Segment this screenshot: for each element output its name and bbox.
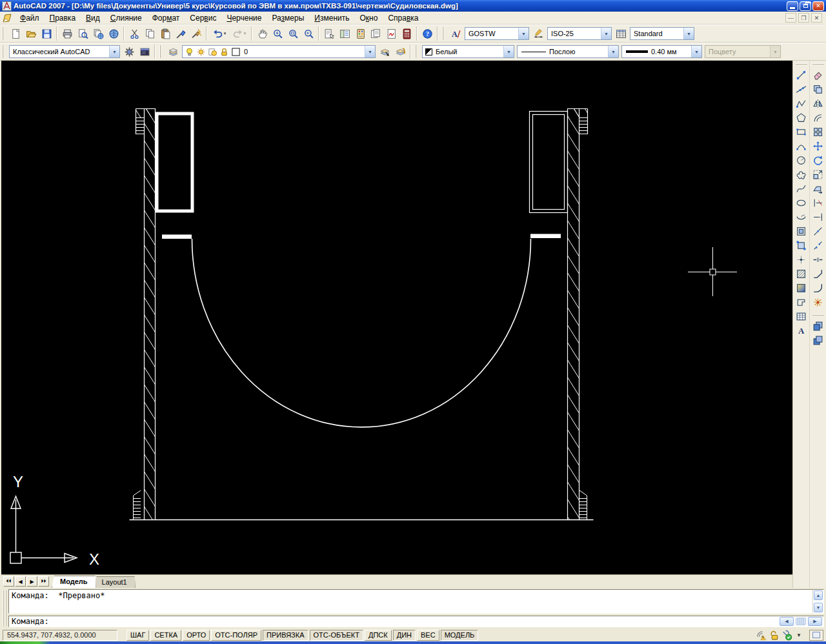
command-history[interactable]: Команда: *Прервано* ▲ ▼ bbox=[8, 589, 824, 614]
draworder-back-icon[interactable] bbox=[811, 333, 826, 347]
menu-item-8[interactable]: Изменить bbox=[309, 12, 354, 24]
toolbar-lock-icon[interactable] bbox=[769, 630, 780, 641]
circle-icon[interactable] bbox=[794, 153, 809, 167]
my-workspace-icon[interactable] bbox=[137, 44, 152, 59]
coordinates-display[interactable]: 554.9437, 707.4932, 0.0000 bbox=[3, 630, 117, 641]
chevron-down-icon[interactable]: ▼ bbox=[691, 46, 701, 57]
break-icon[interactable] bbox=[811, 238, 826, 252]
layer-color-swatch[interactable] bbox=[231, 47, 241, 57]
toolbar-grip[interactable] bbox=[159, 45, 163, 58]
chevron-down-icon[interactable]: ▾ bbox=[244, 31, 247, 36]
command-scrollbar[interactable]: ▲ ▼ bbox=[812, 590, 823, 613]
scroll-right-icon[interactable]: ▶ bbox=[808, 617, 822, 626]
command-prompt[interactable]: Команда: bbox=[9, 617, 779, 626]
menu-item-0[interactable]: Файл bbox=[15, 12, 45, 24]
copy-icon[interactable] bbox=[142, 26, 157, 41]
toolbar-grip[interactable] bbox=[2, 27, 5, 40]
insert-block-icon[interactable] bbox=[794, 224, 809, 238]
menu-item-1[interactable]: Правка bbox=[45, 12, 81, 24]
pan-icon[interactable] bbox=[254, 26, 270, 41]
layer-previous-icon[interactable] bbox=[392, 44, 408, 59]
make-object-layer-current-icon[interactable] bbox=[377, 44, 392, 59]
polyline-icon[interactable] bbox=[794, 96, 809, 110]
clean-screen-button[interactable] bbox=[809, 630, 823, 641]
menu-item-4[interactable]: Формат bbox=[147, 12, 185, 24]
spline-icon[interactable] bbox=[794, 181, 809, 196]
arc-icon[interactable] bbox=[794, 139, 809, 153]
status-toggle-1[interactable]: СЕТКА bbox=[150, 630, 181, 641]
toolbar-grip[interactable] bbox=[812, 314, 824, 317]
open-icon[interactable] bbox=[23, 26, 39, 41]
status-toggle-8[interactable]: ВЕС bbox=[417, 630, 439, 641]
lineweight-combo[interactable]: 0.40 мм ▼ bbox=[621, 45, 702, 58]
status-toggle-6[interactable]: ДПСК bbox=[365, 630, 392, 641]
toolbar-grip[interactable] bbox=[442, 27, 445, 40]
text-style-combo[interactable]: GOSTW ▼ bbox=[465, 27, 529, 40]
linetype-combo[interactable]: Послою ▼ bbox=[517, 45, 619, 58]
layer-on-bulb-icon[interactable] bbox=[185, 47, 194, 57]
menu-item-7[interactable]: Размеры bbox=[267, 12, 309, 24]
doc-close-button[interactable]: ✕ bbox=[811, 13, 822, 23]
layer-viewport-freeze-icon[interactable] bbox=[208, 47, 217, 57]
erase-icon[interactable] bbox=[811, 68, 826, 82]
chevron-down-icon[interactable]: ▼ bbox=[683, 28, 694, 39]
status-toggle-9[interactable]: МОДЕЛЬ bbox=[441, 630, 479, 641]
zoom-previous-icon[interactable] bbox=[301, 26, 316, 41]
extend-icon[interactable] bbox=[811, 210, 826, 224]
layer-combo[interactable]: 0 ▼ bbox=[182, 45, 376, 58]
status-toggle-3[interactable]: ОТС-ПОЛЯР bbox=[211, 630, 261, 641]
point-icon[interactable] bbox=[794, 252, 809, 267]
status-toggle-2[interactable]: ОРТО bbox=[183, 630, 210, 641]
tool-palettes-icon[interactable] bbox=[352, 26, 368, 41]
block-editor-icon[interactable] bbox=[188, 26, 204, 41]
layer-freeze-sun-icon[interactable] bbox=[196, 47, 206, 57]
make-block-icon[interactable] bbox=[794, 238, 809, 252]
table-icon[interactable] bbox=[794, 309, 809, 323]
chevron-down-icon[interactable]: ▼ bbox=[518, 28, 529, 39]
chevron-down-icon[interactable]: ▾ bbox=[224, 31, 227, 36]
mirror-icon[interactable] bbox=[811, 96, 826, 110]
zoom-realtime-icon[interactable] bbox=[270, 26, 285, 41]
doc-minimize-button[interactable]: — bbox=[785, 13, 796, 23]
standards-status-icon[interactable] bbox=[781, 630, 792, 641]
toolbar-grip[interactable] bbox=[796, 63, 807, 66]
ellipse-arc-icon[interactable] bbox=[794, 210, 809, 224]
chevron-down-icon[interactable]: ▼ bbox=[109, 46, 119, 57]
scroll-left-icon[interactable]: ◀ bbox=[780, 617, 794, 626]
menu-item-3[interactable]: Слияние bbox=[105, 12, 147, 24]
explode-icon[interactable] bbox=[811, 295, 826, 309]
publish-web-icon[interactable] bbox=[106, 26, 121, 41]
status-toggle-0[interactable]: ШАГ bbox=[126, 630, 149, 641]
stretch-icon[interactable] bbox=[811, 181, 826, 196]
menu-item-9[interactable]: Окно bbox=[354, 12, 383, 24]
chamfer-icon[interactable] bbox=[811, 267, 826, 281]
sheetset-manager-icon[interactable] bbox=[368, 26, 383, 41]
hscroll-grip[interactable] bbox=[796, 618, 806, 625]
status-toggle-4[interactable]: ПРИВЯЗКА bbox=[263, 630, 308, 641]
toolbar-grip[interactable] bbox=[2, 45, 5, 58]
designcenter-icon[interactable] bbox=[337, 26, 352, 41]
line-icon[interactable] bbox=[794, 68, 809, 82]
move-icon[interactable] bbox=[811, 139, 826, 153]
chevron-down-icon[interactable]: ▼ bbox=[365, 46, 375, 57]
drawing-canvas[interactable]: Y X bbox=[1, 61, 792, 574]
undo-icon[interactable]: ▾ bbox=[209, 26, 229, 41]
offset-icon[interactable] bbox=[811, 110, 826, 125]
tab-model[interactable]: Модель bbox=[52, 576, 96, 588]
plot-icon[interactable] bbox=[59, 26, 75, 41]
text-style-icon[interactable]: A bbox=[448, 26, 463, 41]
first-tab-button[interactable]: ⏴⏴ bbox=[3, 576, 14, 587]
properties-icon[interactable] bbox=[321, 26, 337, 41]
redo-icon[interactable]: ▾ bbox=[229, 26, 249, 41]
table-style-icon[interactable] bbox=[613, 26, 629, 41]
paste-icon[interactable] bbox=[157, 26, 173, 41]
tray-arrow-icon[interactable]: ▼ bbox=[796, 632, 801, 638]
menu-item-2[interactable]: Вид bbox=[81, 12, 105, 24]
zoom-window-icon[interactable] bbox=[285, 26, 301, 41]
scroll-down-icon[interactable]: ▼ bbox=[814, 603, 823, 612]
workspace-settings-icon[interactable] bbox=[121, 44, 137, 59]
layer-lock-icon[interactable] bbox=[219, 47, 229, 57]
copy-object-icon[interactable] bbox=[811, 82, 826, 96]
help-icon[interactable]: ? bbox=[419, 26, 435, 41]
plot-preview-icon[interactable] bbox=[75, 26, 90, 41]
